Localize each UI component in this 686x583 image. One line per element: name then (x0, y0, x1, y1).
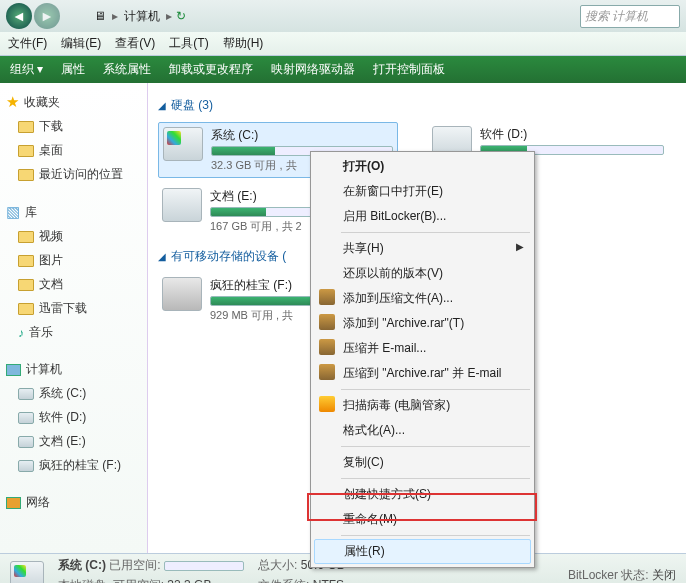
context-menu-item[interactable]: 复制(C) (313, 450, 532, 475)
submenu-arrow-icon: ▶ (516, 241, 524, 252)
drive-icon (163, 127, 203, 161)
context-menu-item[interactable]: 格式化(A)... (313, 418, 532, 443)
context-menu-item[interactable]: 添加到压缩文件(A)... (313, 286, 532, 311)
sidebar-computer-header[interactable]: 计算机 (4, 359, 143, 380)
library-icon: ▧ (6, 203, 20, 221)
context-menu-label: 还原以前的版本(V) (343, 266, 443, 280)
context-menu-item[interactable]: 属性(R) (314, 539, 531, 564)
context-menu-item[interactable]: 打开(O) (313, 154, 532, 179)
sidebar-item-music[interactable]: ♪音乐 (4, 322, 143, 343)
sidebar: ★收藏夹 下载 桌面 最近访问的位置 ▧库 视频 图片 文档 迅雷下载 ♪音乐 … (0, 83, 148, 553)
context-menu-item[interactable]: 添加到 "Archive.rar"(T) (313, 311, 532, 336)
drive-icon (18, 460, 34, 472)
breadcrumb[interactable]: 🖥 ▸ 计算机 ▸ (94, 8, 172, 25)
context-menu-label: 重命名(M) (343, 512, 397, 526)
sidebar-item-recent[interactable]: 最近访问的位置 (4, 164, 143, 185)
sidebar-drive-c[interactable]: 系统 (C:) (4, 383, 143, 404)
menu-file[interactable]: 文件(F) (8, 35, 47, 52)
context-menu-item[interactable]: 启用 BitLocker(B)... (313, 204, 532, 229)
context-menu-label: 扫描病毒 (电脑管家) (343, 398, 450, 412)
music-icon: ♪ (18, 326, 24, 340)
status-fs-value: NTFS (313, 578, 344, 583)
titlebar: ◄ ► 🖥 ▸ 计算机 ▸ ↻ 搜索 计算机 (0, 0, 686, 32)
rar-icon (319, 314, 335, 330)
context-menu-label: 压缩并 E-mail... (343, 341, 426, 355)
drive-name: 软件 (D:) (480, 126, 664, 143)
sidebar-network-header[interactable]: 网络 (4, 492, 143, 513)
collapse-icon: ◢ (158, 251, 166, 262)
toolbar-system-properties[interactable]: 系统属性 (103, 61, 151, 78)
menu-help[interactable]: 帮助(H) (223, 35, 264, 52)
sidebar-item-documents[interactable]: 文档 (4, 274, 143, 295)
sidebar-drive-d[interactable]: 软件 (D:) (4, 407, 143, 428)
rar-icon (319, 339, 335, 355)
sidebar-item-desktop[interactable]: 桌面 (4, 140, 143, 161)
search-input[interactable]: 搜索 计算机 (580, 5, 680, 28)
toolbar-control-panel[interactable]: 打开控制面板 (373, 61, 445, 78)
folder-icon (18, 303, 34, 315)
context-menu-label: 启用 BitLocker(B)... (343, 209, 446, 223)
network-icon (6, 497, 21, 509)
sidebar-item-thunder[interactable]: 迅雷下载 (4, 298, 143, 319)
status-free-value: 32.3 GB (167, 578, 211, 583)
search-placeholder: 搜索 计算机 (585, 8, 648, 25)
toolbar-organize[interactable]: 组织 ▾ (10, 61, 43, 78)
status-drive-name: 系统 (C:) (58, 558, 106, 572)
nav-back-button[interactable]: ◄ (6, 3, 32, 29)
context-menu-item[interactable]: 压缩并 E-mail... (313, 336, 532, 361)
context-menu-item[interactable]: 共享(H)▶ (313, 236, 532, 261)
breadcrumb-root[interactable]: 计算机 (124, 8, 160, 25)
context-menu-item[interactable]: 还原以前的版本(V) (313, 261, 532, 286)
folder-icon (18, 255, 34, 267)
context-menu-item[interactable]: 在新窗口中打开(E) (313, 179, 532, 204)
context-menu-label: 格式化(A)... (343, 423, 405, 437)
context-menu-item[interactable]: 压缩到 "Archive.rar" 并 E-mail (313, 361, 532, 386)
toolbar-uninstall[interactable]: 卸载或更改程序 (169, 61, 253, 78)
sidebar-item-pictures[interactable]: 图片 (4, 250, 143, 271)
context-menu-label: 创建快捷方式(S) (343, 487, 431, 501)
nav-forward-button[interactable]: ► (34, 3, 60, 29)
context-menu-item[interactable]: 重命名(M) (313, 507, 532, 532)
computer-icon: 🖥 (94, 9, 106, 23)
menubar: 文件(F) 编辑(E) 查看(V) 工具(T) 帮助(H) (0, 32, 686, 56)
toolbar-properties[interactable]: 属性 (61, 61, 85, 78)
folder-icon (18, 121, 34, 133)
drive-icon (162, 277, 202, 311)
context-menu-label: 添加到 "Archive.rar"(T) (343, 316, 464, 330)
group-hdd-header[interactable]: ◢硬盘 (3) (158, 97, 676, 114)
sidebar-item-videos[interactable]: 视频 (4, 226, 143, 247)
drive-icon (18, 388, 34, 400)
drive-icon (162, 188, 202, 222)
menu-tools[interactable]: 工具(T) (169, 35, 208, 52)
sidebar-favorites-header[interactable]: ★收藏夹 (4, 91, 143, 113)
toolbar: 组织 ▾ 属性 系统属性 卸载或更改程序 映射网络驱动器 打开控制面板 (0, 56, 686, 83)
star-icon: ★ (6, 93, 19, 111)
folder-icon (18, 145, 34, 157)
computer-icon (6, 364, 21, 376)
sidebar-drive-f[interactable]: 疯狂的桂宝 (F:) (4, 455, 143, 476)
sidebar-libraries-header[interactable]: ▧库 (4, 201, 143, 223)
status-usage-bar (164, 561, 244, 571)
drive-icon (18, 412, 34, 424)
context-menu-label: 在新窗口中打开(E) (343, 184, 443, 198)
status-bitlocker-value: 关闭 (652, 568, 676, 582)
collapse-icon: ◢ (158, 100, 166, 111)
context-menu-item[interactable]: 创建快捷方式(S) (313, 482, 532, 507)
folder-icon (18, 279, 34, 291)
folder-icon (18, 169, 34, 181)
menu-view[interactable]: 查看(V) (115, 35, 155, 52)
sidebar-drive-e[interactable]: 文档 (E:) (4, 431, 143, 452)
rar-icon (319, 364, 335, 380)
drive-icon (10, 561, 44, 584)
toolbar-map-drive[interactable]: 映射网络驱动器 (271, 61, 355, 78)
sidebar-item-downloads[interactable]: 下载 (4, 116, 143, 137)
refresh-icon[interactable]: ↻ (176, 9, 186, 23)
drive-icon (18, 436, 34, 448)
shield-icon (319, 396, 335, 412)
menu-edit[interactable]: 编辑(E) (61, 35, 101, 52)
context-menu-label: 打开(O) (343, 159, 384, 173)
context-menu-item[interactable]: 扫描病毒 (电脑管家) (313, 393, 532, 418)
context-menu-label: 添加到压缩文件(A)... (343, 291, 453, 305)
folder-icon (18, 231, 34, 243)
status-local-disk: 本地磁盘 (58, 578, 106, 583)
